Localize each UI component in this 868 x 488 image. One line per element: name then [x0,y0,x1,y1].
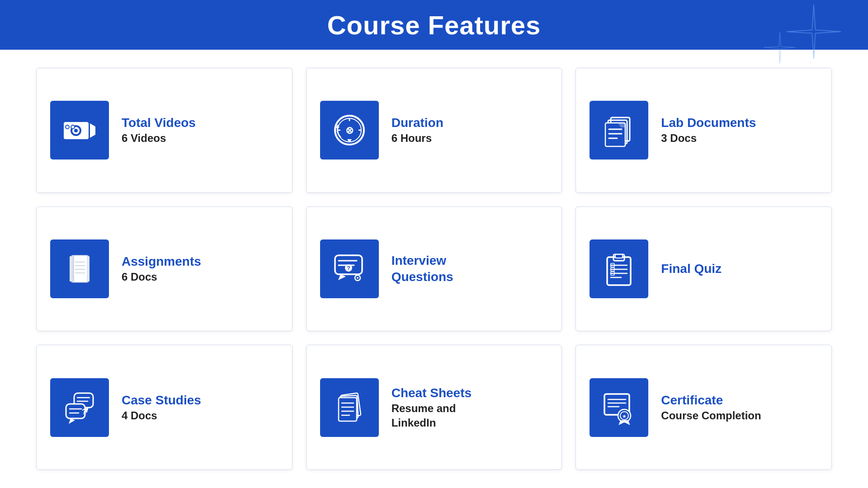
svg-point-3 [74,129,78,132]
lab-documents-icon-box [590,101,648,160]
svg-marker-59 [69,418,75,424]
cheat-sheets-title: Cheat Sheets [392,386,472,400]
final-quiz-text: Final Quiz [661,262,722,276]
feature-card-case-studies: ? Case Studies 4 Docs [36,345,292,470]
feature-card-assignments: Assignments 6 Docs [36,206,292,332]
assignments-subtitle: 6 Docs [122,271,201,283]
cheat-sheets-subtitle2: LinkedIn [392,417,472,429]
svg-text:?: ? [82,408,86,416]
book-icon [61,251,98,287]
chat-question-icon: ? [331,251,368,287]
svg-point-6 [66,126,69,128]
clock-icon: ⊗ [331,112,368,148]
feature-card-duration: ⊗ Duration 6 Hours [306,68,562,193]
interview-title: Interview [392,253,453,268]
svg-rect-31 [70,256,72,282]
assignments-title: Assignments [122,254,201,269]
svg-rect-62 [339,398,357,421]
papers-icon [331,389,368,426]
features-grid: Total Videos 6 Videos ⊗ [0,50,868,488]
total-videos-text: Total Videos 6 Videos [122,116,196,145]
speech-bubbles-icon: ? [61,389,98,426]
certificate-icon-box: ★ [590,378,648,437]
certificate-title: Certificate [661,393,761,408]
camera-icon [61,112,98,148]
document-stack-icon [601,112,637,148]
cheat-sheets-subtitle: Resume and [392,402,472,415]
svg-marker-38 [338,274,346,280]
interview-title-2: Questions [392,270,453,284]
svg-rect-43 [615,254,623,258]
case-studies-text: Case Studies 4 Docs [122,393,201,422]
case-studies-title: Case Studies [122,393,201,408]
certificate-text: Certificate Course Completion [661,393,761,422]
svg-point-7 [71,126,74,128]
lab-documents-title: Lab Documents [661,116,756,130]
duration-text: Duration 6 Hours [392,116,443,145]
lab-documents-subtitle: 3 Docs [661,132,756,145]
page-header: Course Features [0,0,868,50]
feature-card-final-quiz: Final Quiz [576,206,832,332]
interview-text: Interview Questions [392,253,453,284]
case-studies-subtitle: 4 Docs [122,409,201,422]
assignments-icon-box [50,239,109,298]
svg-point-40 [357,277,359,279]
duration-icon-box: ⊗ [320,101,379,160]
interview-icon-box: ? [320,239,379,298]
feature-card-certificate: ★ Certificate Course Completion [576,345,832,470]
total-videos-title: Total Videos [122,116,196,130]
clipboard-icon [601,251,637,287]
svg-marker-8 [90,123,95,138]
certificate-subtitle: Course Completion [661,409,761,422]
svg-text:⊗: ⊗ [345,125,354,136]
certificate-icon: ★ [601,389,637,426]
feature-card-cheat-sheets: Cheat Sheets Resume and LinkedIn [306,345,562,470]
feature-card-lab-documents: Lab Documents 3 Docs [576,68,832,193]
feature-card-total-videos: Total Videos 6 Videos [36,68,292,193]
case-studies-icon-box: ? [50,378,109,437]
cheat-sheets-text: Cheat Sheets Resume and LinkedIn [392,386,472,429]
svg-rect-32 [87,256,90,282]
duration-title: Duration [392,116,443,130]
final-quiz-icon-box [590,239,648,298]
cheat-sheets-icon-box [320,378,379,437]
total-videos-subtitle: 6 Videos [122,132,196,145]
final-quiz-title: Final Quiz [661,262,722,276]
feature-card-interview: ? Interview Questions [306,206,562,332]
svg-marker-16 [347,139,352,143]
duration-subtitle: 6 Hours [392,132,443,145]
total-videos-icon-box [50,101,109,160]
lab-documents-text: Lab Documents 3 Docs [661,116,756,145]
svg-text:★: ★ [622,413,627,419]
svg-text:?: ? [347,265,350,272]
page-title: Course Features [327,10,541,40]
star-decoration-small [764,32,796,63]
assignments-text: Assignments 6 Docs [122,254,201,283]
